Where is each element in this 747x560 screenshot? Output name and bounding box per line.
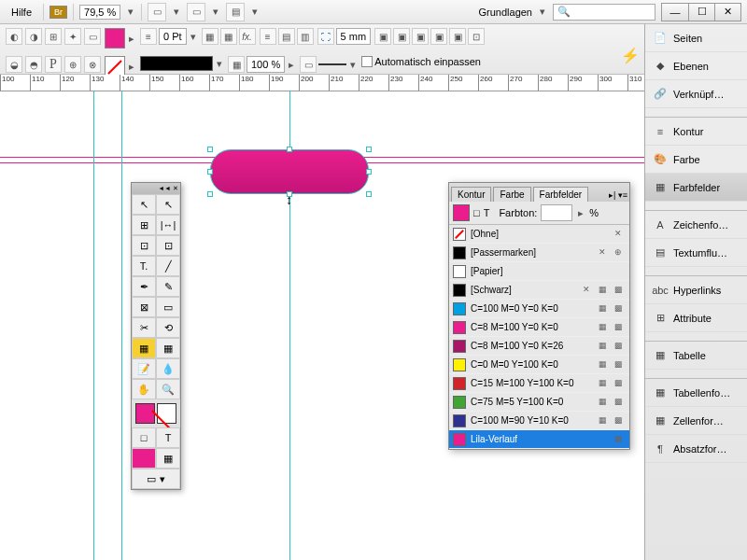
- frame-icon[interactable]: ▣: [449, 28, 466, 45]
- stroke-weight-field[interactable]: 0 Pt: [159, 28, 187, 45]
- tool-icon[interactable]: ✦: [64, 28, 81, 45]
- panel-tab-zeichenfo[interactable]: AZeichenfo…: [645, 211, 747, 239]
- guide-vertical[interactable]: [121, 91, 122, 560]
- panel-tab-textumflu[interactable]: ▤Textumflu…: [645, 239, 747, 267]
- swatch-row[interactable]: C=0 M=0 Y=100 K=0▦▩: [449, 356, 629, 374]
- panel-tab-tabellenfo[interactable]: ▦Tabellenfo…: [645, 379, 747, 407]
- selection-tool[interactable]: ↖: [132, 194, 156, 215]
- panel-tab-zellenfor[interactable]: ▦Zellenfor…: [645, 407, 747, 435]
- panel-tab-seiten[interactable]: 📄Seiten: [645, 24, 747, 52]
- align-icon[interactable]: ▤: [278, 28, 295, 45]
- panel-tab-farbe[interactable]: 🎨Farbe: [645, 146, 747, 174]
- tab-farbfelder[interactable]: Farbfelder: [533, 187, 589, 202]
- panel-grip[interactable]: ◄◄ ✕: [132, 183, 180, 194]
- close-button[interactable]: ✕: [714, 4, 740, 21]
- swatch-row[interactable]: C=8 M=100 Y=0 K=26▦▩: [449, 337, 629, 356]
- stroke-style[interactable]: [140, 56, 213, 71]
- swatch-row[interactable]: C=75 M=5 Y=100 K=0▦▩: [449, 393, 629, 412]
- stroke-none-swatch[interactable]: [105, 56, 125, 77]
- swatches-panel[interactable]: Kontur Farbe Farbfelder ▸| ▾≡ □ T Farbto…: [448, 182, 630, 450]
- tool-icon[interactable]: ◒: [6, 56, 22, 73]
- swatch-row[interactable]: C=100 M=0 Y=0 K=0▦▩: [449, 300, 629, 318]
- wrap-icon[interactable]: ▭: [300, 56, 317, 73]
- pen-tool[interactable]: ✒: [132, 276, 156, 297]
- quick-apply-icon[interactable]: ⚡: [621, 47, 640, 64]
- panel-tab-absatzfor[interactable]: ¶Absatzfor…: [645, 435, 747, 463]
- swatch-row[interactable]: C=100 M=90 Y=10 K=0▦▩: [449, 412, 629, 430]
- panel-tab-attribute[interactable]: ⊞Attribute: [645, 304, 747, 332]
- fit-field[interactable]: 5 mm: [336, 28, 372, 45]
- swatch-row[interactable]: C=15 M=100 Y=100 K=0▦▩: [449, 374, 629, 393]
- frame-icon[interactable]: ▣: [412, 28, 429, 45]
- pencil-tool[interactable]: ✎: [156, 276, 180, 297]
- panel-tab-verknpf[interactable]: 🔗Verknüpf…: [645, 80, 747, 108]
- opt-icon[interactable]: ▦: [220, 28, 237, 45]
- transform-tool[interactable]: ⟲: [156, 317, 180, 338]
- panel-tab-hyperlinks[interactable]: abcHyperlinks: [645, 276, 747, 304]
- chevron-down-icon[interactable]: ▾: [126, 6, 135, 18]
- help-menu[interactable]: Hilfe: [6, 5, 37, 20]
- pct-field[interactable]: 100 %: [247, 56, 285, 73]
- swatch-row[interactable]: [Ohne]✕: [449, 225, 629, 244]
- minimize-button[interactable]: —: [662, 4, 688, 21]
- type-tool[interactable]: T.: [132, 256, 156, 276]
- tool-icon[interactable]: ◐: [6, 28, 22, 45]
- tab-kontur[interactable]: Kontur: [451, 187, 491, 202]
- note-tool[interactable]: 📝: [132, 358, 156, 379]
- zoom-tool[interactable]: 🔍: [156, 379, 180, 399]
- panel-tab-ebenen[interactable]: ◆Ebenen: [645, 52, 747, 80]
- frame-tool[interactable]: ⊠: [132, 297, 156, 317]
- page-tool[interactable]: ⊞: [132, 215, 156, 235]
- line-icon[interactable]: [318, 63, 346, 65]
- view-mode[interactable]: ▭ ▾: [132, 469, 180, 489]
- content-tool[interactable]: ⊡: [156, 235, 180, 256]
- frame-icon[interactable]: ▣: [430, 28, 447, 45]
- panel-tab-tabelle[interactable]: ▦Tabelle: [645, 342, 747, 370]
- frame-icon[interactable]: ⊡: [468, 28, 485, 45]
- swatch-row[interactable]: [Passermarken]✕⊕: [449, 244, 629, 262]
- content-tool[interactable]: ⊡: [132, 235, 156, 256]
- swatch-row[interactable]: [Papier]: [449, 262, 629, 281]
- tool-icon[interactable]: ◓: [25, 56, 42, 73]
- fit-icon[interactable]: ⛶: [317, 28, 334, 45]
- screen-mode-icon[interactable]: ▭: [187, 3, 205, 21]
- opt-icon[interactable]: ▦: [202, 28, 218, 45]
- swatch-row[interactable]: C=8 M=100 Y=0 K=0▦▩: [449, 318, 629, 337]
- tool-icon[interactable]: ⊞: [45, 28, 62, 45]
- frame-icon[interactable]: ▣: [393, 28, 410, 45]
- tool-icon[interactable]: ⊕: [64, 56, 81, 73]
- zoom-field[interactable]: 79,5 %: [79, 5, 120, 20]
- gap-tool[interactable]: |↔|: [156, 215, 180, 235]
- swatch-list[interactable]: [Ohne]✕[Passermarken]✕⊕[Papier][Schwarz]…: [449, 225, 629, 449]
- text-icon[interactable]: T: [484, 207, 490, 218]
- frame-icon[interactable]: ▣: [374, 28, 391, 45]
- selected-shape[interactable]: [210, 149, 369, 194]
- fx-icon[interactable]: fx.: [239, 28, 256, 45]
- apply-gradient[interactable]: ▦: [156, 448, 180, 469]
- workspace-label[interactable]: Grundlagen: [479, 7, 533, 18]
- direct-selection-tool[interactable]: ↖: [156, 194, 180, 215]
- container-toggle[interactable]: □: [132, 427, 156, 448]
- align-icon[interactable]: ▥: [297, 28, 314, 45]
- fill-proxy[interactable]: [453, 204, 470, 221]
- gradient-feather-tool[interactable]: ▦: [156, 338, 180, 358]
- tool-icon[interactable]: ◑: [25, 28, 42, 45]
- bridge-icon[interactable]: Br: [49, 6, 67, 19]
- view-options-icon[interactable]: ▭: [148, 3, 166, 21]
- gradient-tool[interactable]: ▦: [132, 338, 156, 358]
- apply-color[interactable]: [132, 448, 156, 469]
- guide-vertical[interactable]: [93, 91, 94, 560]
- container-icon[interactable]: □: [473, 207, 480, 218]
- rect-tool[interactable]: ▭: [156, 297, 180, 317]
- scissors-tool[interactable]: ✂: [132, 317, 156, 338]
- autofit-checkbox[interactable]: [361, 56, 373, 67]
- p-icon[interactable]: P: [45, 56, 62, 73]
- align-icon[interactable]: ≡: [260, 28, 276, 45]
- tool-icon[interactable]: ▭: [84, 28, 101, 45]
- swatch-row[interactable]: [Schwarz]✕▦▩: [449, 281, 629, 300]
- hand-tool[interactable]: ✋: [132, 379, 156, 399]
- panel-tab-farbfelder[interactable]: ▦Farbfelder: [645, 174, 747, 202]
- tab-farbe[interactable]: Farbe: [493, 187, 530, 202]
- fill-swatch[interactable]: [105, 28, 125, 49]
- tool-icon[interactable]: ⊗: [84, 56, 101, 73]
